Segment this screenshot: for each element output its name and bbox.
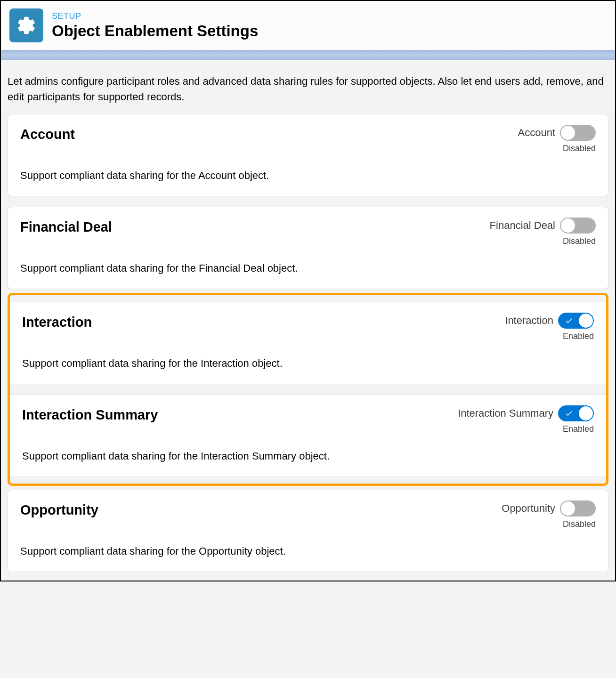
card-description: Support compliant data sharing for the I…	[22, 357, 594, 370]
card-title: Interaction Summary	[22, 405, 158, 423]
toggle-status: Disabled	[563, 519, 596, 529]
page-header: SETUP Object Enablement Settings	[1, 1, 615, 50]
highlight-wrapper: Interaction Interaction Enabled Support …	[8, 293, 608, 486]
card-list: Account Account Disabled Support complia…	[1, 114, 615, 581]
toggle-label: Account	[518, 127, 556, 139]
card-top-row: Interaction Interaction Enabled	[22, 313, 594, 341]
toggle-status: Disabled	[563, 144, 596, 153]
settings-card: Interaction Interaction Enabled Support …	[10, 302, 606, 384]
settings-card: Opportunity Opportunity Disabled Support…	[8, 490, 608, 572]
toggle-knob	[579, 314, 593, 328]
toggle-group: Interaction Enabled	[505, 313, 594, 341]
toggle-knob	[579, 406, 593, 420]
card-description: Support compliant data sharing for the A…	[20, 170, 596, 182]
toggle-switch[interactable]	[558, 313, 594, 329]
settings-card: Interaction Summary Interaction Summary …	[10, 395, 606, 477]
toggle-label: Interaction	[505, 315, 553, 327]
toggle-row: Financial Deal	[490, 218, 596, 234]
toggle-status: Enabled	[563, 331, 594, 341]
breadcrumb: SETUP	[52, 11, 258, 21]
settings-card: Account Account Disabled Support complia…	[8, 114, 608, 196]
toggle-row: Interaction	[505, 313, 594, 329]
header-text: SETUP Object Enablement Settings	[52, 11, 258, 40]
toggle-row: Account	[518, 125, 596, 141]
toggle-knob	[561, 218, 575, 233]
card-top-row: Interaction Summary Interaction Summary …	[22, 405, 594, 434]
card-title: Account	[20, 125, 75, 142]
card-title: Financial Deal	[20, 218, 112, 235]
toggle-status: Disabled	[563, 236, 596, 246]
check-icon	[565, 409, 573, 418]
card-top-row: Opportunity Opportunity Disabled	[20, 500, 596, 529]
page-container: SETUP Object Enablement Settings Let adm…	[1, 1, 615, 581]
card-title: Interaction	[22, 313, 92, 330]
toggle-knob	[561, 126, 575, 140]
card-description: Support compliant data sharing for the O…	[20, 545, 596, 557]
toggle-knob	[561, 501, 575, 516]
header-divider	[1, 50, 615, 60]
check-icon	[565, 316, 573, 325]
card-top-row: Account Account Disabled	[20, 125, 596, 153]
toggle-switch[interactable]	[560, 500, 596, 517]
page-title: Object Enablement Settings	[52, 22, 258, 40]
toggle-group: Opportunity Disabled	[502, 500, 596, 529]
gear-icon	[9, 8, 43, 42]
toggle-row: Interaction Summary	[458, 405, 594, 421]
settings-card: Financial Deal Financial Deal Disabled S…	[8, 207, 608, 289]
toggle-label: Financial Deal	[490, 219, 555, 232]
toggle-switch[interactable]	[560, 125, 596, 141]
toggle-group: Financial Deal Disabled	[490, 218, 596, 246]
toggle-group: Account Disabled	[518, 125, 596, 153]
toggle-row: Opportunity	[502, 500, 596, 517]
toggle-label: Opportunity	[502, 502, 555, 515]
toggle-status: Enabled	[563, 424, 594, 434]
toggle-label: Interaction Summary	[458, 407, 553, 420]
card-top-row: Financial Deal Financial Deal Disabled	[20, 218, 596, 246]
page-description: Let admins configure participant roles a…	[1, 60, 615, 114]
toggle-switch[interactable]	[560, 218, 596, 234]
toggle-switch[interactable]	[558, 405, 594, 421]
card-description: Support compliant data sharing for the I…	[22, 450, 594, 462]
card-description: Support compliant data sharing for the F…	[20, 262, 596, 274]
toggle-group: Interaction Summary Enabled	[458, 405, 594, 434]
card-title: Opportunity	[20, 500, 98, 518]
